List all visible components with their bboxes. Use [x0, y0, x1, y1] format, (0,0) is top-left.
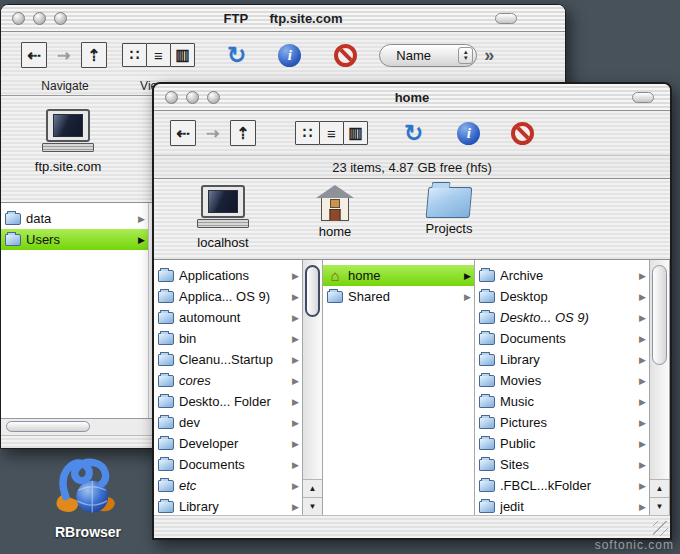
horizontal-scroll-thumb[interactable] [6, 421, 90, 432]
folder-icon [479, 333, 495, 345]
scroll-down-button[interactable]: ▼ [650, 497, 669, 515]
forward-button[interactable]: ⇢ [200, 120, 226, 146]
window-minimize-button[interactable] [186, 91, 199, 104]
forward-icon: ⇢ [57, 46, 70, 65]
file-row[interactable]: Archive ▶ [475, 265, 649, 286]
file-row[interactable]: Pictures ▶ [475, 412, 649, 433]
resize-grip[interactable] [653, 521, 668, 536]
file-row[interactable]: cores ▶ [154, 370, 302, 391]
toolbar-toggle-pill[interactable] [495, 13, 517, 24]
chevron-right-icon: ▶ [639, 271, 646, 281]
up-button[interactable]: ⇡ [230, 120, 256, 146]
toolbar-overflow-chevron[interactable]: » [484, 45, 494, 66]
sort-dropdown[interactable]: Name ▴ ▾ [379, 44, 477, 67]
folder-icon [158, 312, 174, 324]
window-close-button[interactable] [12, 12, 25, 25]
list-view-button[interactable]: ≡ [146, 43, 171, 67]
shelf-item-home[interactable]: home [280, 185, 390, 239]
stop-button[interactable] [511, 122, 534, 145]
file-row[interactable]: bin ▶ [154, 328, 302, 349]
file-row[interactable]: Cleanu...Startup ▶ [154, 349, 302, 370]
scroll-up-button[interactable]: ▲ [650, 479, 669, 497]
file-row[interactable]: .FBCL...kFolder ▶ [475, 475, 649, 496]
file-row[interactable]: Shared ▶ [323, 286, 474, 307]
status-bar: 23 items, 4.87 GB free (hfs) [154, 155, 670, 179]
folder-icon [158, 291, 174, 303]
column-3-scrollbar[interactable]: ▲ ▼ [649, 260, 670, 515]
folder-icon [158, 333, 174, 345]
info-button[interactable]: i [278, 44, 301, 67]
window-zoom-button[interactable] [207, 91, 220, 104]
chevron-right-icon: ▶ [639, 397, 646, 407]
shelf-item-localhost[interactable]: localhost [168, 185, 278, 250]
scroll-up-button[interactable]: ▲ [303, 479, 322, 497]
file-row[interactable]: Public ▶ [475, 433, 649, 454]
window-zoom-button[interactable] [54, 12, 67, 25]
chevron-right-icon: ▶ [292, 439, 299, 449]
stop-button[interactable] [334, 44, 357, 67]
file-row[interactable]: Applications ▶ [154, 265, 302, 286]
scroll-down-button[interactable]: ▼ [303, 497, 322, 515]
desktop-icon-rbrowser[interactable]: RBrowser [28, 452, 148, 540]
file-row[interactable]: Desktop ▶ [475, 286, 649, 307]
chevron-right-icon: ▶ [639, 355, 646, 365]
forward-button[interactable]: ⇢ [51, 42, 77, 68]
file-name: Movies [500, 373, 637, 388]
file-row[interactable]: Applica... OS 9) ▶ [154, 286, 302, 307]
view-group: ∷ ≡ ▥ [123, 43, 195, 67]
folder-icon [479, 438, 495, 450]
chevron-right-icon: ▶ [292, 334, 299, 344]
scroll-thumb[interactable] [305, 265, 320, 317]
column-1-scrollbar[interactable]: ▲ ▼ [302, 260, 323, 515]
file-row[interactable]: jedit ▶ [475, 496, 649, 515]
file-row[interactable]: Library ▶ [154, 496, 302, 515]
folder-icon [479, 480, 495, 492]
file-row[interactable]: ⌂ home ▶ [323, 265, 474, 286]
file-row[interactable]: Developer ▶ [154, 433, 302, 454]
file-name: home [348, 268, 462, 283]
window-minimize-button[interactable] [33, 12, 46, 25]
shelf-item-projects[interactable]: Projects [394, 181, 504, 236]
file-row[interactable]: automount ▶ [154, 307, 302, 328]
icon-view-button[interactable]: ∷ [122, 43, 147, 67]
file-row[interactable]: Documents ▶ [475, 328, 649, 349]
refresh-button[interactable]: ↻ [227, 44, 246, 67]
file-row[interactable]: Deskto... OS 9) ▶ [475, 307, 649, 328]
window-close-button[interactable] [165, 91, 178, 104]
stepper-down-icon: ▾ [464, 55, 468, 61]
file-row[interactable]: Music ▶ [475, 391, 649, 412]
icon-view-button[interactable]: ∷ [295, 121, 320, 145]
file-row[interactable]: Users ▶ [1, 229, 148, 250]
ftp-titlebar[interactable]: FTP ftp.site.com [1, 5, 565, 32]
ftp-browser-column: data ▶ Users ▶ [1, 203, 149, 418]
rbrowser-logo-icon [52, 452, 124, 518]
file-row[interactable]: data ▶ [1, 208, 148, 229]
file-row[interactable]: Sites ▶ [475, 454, 649, 475]
file-row[interactable]: Deskto... Folder ▶ [154, 391, 302, 412]
column-view-button[interactable]: ▥ [170, 43, 195, 67]
info-button[interactable]: i [457, 122, 480, 145]
chevron-right-icon: ▶ [639, 502, 646, 512]
list-view-button[interactable]: ≡ [319, 121, 344, 145]
folder-icon [479, 459, 495, 471]
file-row[interactable]: Library ▶ [475, 349, 649, 370]
navigate-group: ⇠ ⇢ ⇡ [170, 120, 256, 146]
file-name: Shared [348, 289, 462, 304]
folder-icon [479, 375, 495, 387]
back-button[interactable]: ⇠ [170, 120, 196, 146]
shelf-item-host[interactable]: ftp.site.com [13, 109, 123, 174]
dropdown-stepper-icon[interactable]: ▴ ▾ [458, 47, 473, 64]
file-row[interactable]: dev ▶ [154, 412, 302, 433]
back-button[interactable]: ⇠ [21, 42, 47, 68]
refresh-button[interactable]: ↻ [404, 122, 423, 145]
scroll-thumb[interactable] [652, 265, 667, 365]
home-titlebar[interactable]: home [154, 84, 670, 111]
column-view-button[interactable]: ▥ [343, 121, 368, 145]
toolbar-toggle-pill[interactable] [632, 92, 654, 103]
file-row[interactable]: etc ▶ [154, 475, 302, 496]
folder-icon [158, 459, 174, 471]
up-button[interactable]: ⇡ [81, 42, 107, 68]
folder-icon [479, 501, 495, 513]
file-row[interactable]: Movies ▶ [475, 370, 649, 391]
file-row[interactable]: Documents ▶ [154, 454, 302, 475]
